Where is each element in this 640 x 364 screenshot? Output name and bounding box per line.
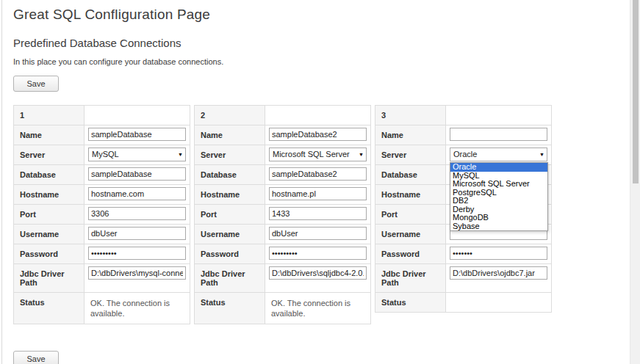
scrollbar-thumb[interactable] <box>633 0 639 183</box>
dropdown-option-derby[interactable]: Derby <box>450 205 547 214</box>
server-dropdown-list: Oracle MySQL Microsoft SQL Server Postgr… <box>450 162 548 231</box>
table-row: Name <box>195 125 371 145</box>
hostname-input[interactable] <box>88 187 186 200</box>
field-label-hostname: Hostname <box>195 185 265 205</box>
table-row: Jdbc Driver Path <box>375 264 552 293</box>
field-label-password: Password <box>375 244 446 264</box>
table-row: Port <box>195 205 371 225</box>
table-row: Jdbc Driver Path <box>14 264 190 293</box>
port-input[interactable] <box>88 207 186 220</box>
connection-table-2: 2 Name Server Microsoft SQL Server ▼ Dat… <box>194 105 371 324</box>
table-row: Server Microsoft SQL Server ▼ <box>195 145 371 165</box>
table-row: Username <box>14 225 190 244</box>
dropdown-option-oracle[interactable]: Oracle <box>450 163 547 172</box>
field-label-name: Name <box>375 125 446 145</box>
dropdown-option-mysql[interactable]: MySQL <box>450 172 547 181</box>
field-label-server: Server <box>14 145 85 165</box>
server-select-value: Oracle <box>453 150 477 159</box>
table-row: Name <box>375 125 552 145</box>
table-row: Status OK. The connection is available. <box>14 293 190 324</box>
main-content: Great SQL Confliguration Page Predefined… <box>0 7 640 364</box>
connection-table-3: 3 Name Server Oracle ▼ Oracle MySQL <box>375 105 552 313</box>
field-label-hostname: Hostname <box>14 185 85 205</box>
name-input[interactable] <box>450 128 547 141</box>
status-text: OK. The connection is available. <box>88 295 178 321</box>
chevron-down-icon: ▼ <box>359 152 364 157</box>
save-button-top[interactable]: Save <box>13 76 59 92</box>
table-row: Password <box>375 244 552 264</box>
dropdown-option-sybase[interactable]: Sybase <box>450 222 547 231</box>
page-left-border <box>1 0 2 364</box>
page-description: In this place you can configure your dat… <box>13 57 640 66</box>
connection-table-1: 1 Name Server MySQL ▼ Database <box>13 105 190 324</box>
table-header-row: 2 <box>195 106 371 125</box>
table-row: Database <box>14 165 190 185</box>
status-text: OK. The connection is available. <box>269 295 359 321</box>
field-label-database: Database <box>375 165 446 185</box>
field-label-name: Name <box>14 125 85 145</box>
jdbc-driver-path-input[interactable] <box>88 266 186 280</box>
database-input[interactable] <box>269 167 367 181</box>
status-text <box>450 295 539 301</box>
field-label-server: Server <box>195 145 265 165</box>
table-row: Port <box>14 205 190 225</box>
section-title: Predefined Database Connections <box>13 37 640 49</box>
password-input[interactable] <box>88 247 186 260</box>
field-label-hostname: Hostname <box>375 185 446 205</box>
connection-number: 2 <box>195 106 265 125</box>
field-label-name: Name <box>195 125 265 145</box>
jdbc-driver-path-input[interactable] <box>269 266 367 280</box>
header-spacer <box>85 106 190 125</box>
field-label-status: Status <box>14 293 85 324</box>
chevron-down-icon: ▼ <box>178 152 183 157</box>
table-row: Name <box>14 125 190 145</box>
table-row: Status <box>375 293 552 313</box>
password-input[interactable] <box>269 247 367 260</box>
table-row: Password <box>14 244 190 264</box>
server-select-open[interactable]: Oracle ▼ <box>450 148 547 161</box>
name-input[interactable] <box>269 128 367 141</box>
field-label-database: Database <box>14 165 85 185</box>
field-label-username: Username <box>375 225 446 244</box>
table-row: Status OK. The connection is available. <box>195 293 371 324</box>
table-row: Username <box>195 225 371 244</box>
dropdown-option-mongodb[interactable]: MongoDB <box>450 214 547 222</box>
field-label-server: Server <box>375 145 446 165</box>
connection-tables: 1 Name Server MySQL ▼ Database <box>13 105 550 324</box>
hostname-input[interactable] <box>269 187 367 200</box>
table-row: Hostname <box>195 185 371 205</box>
field-label-jdbc: Jdbc Driver Path <box>14 264 85 293</box>
field-label-port: Port <box>14 205 85 225</box>
server-select[interactable]: Microsoft SQL Server ▼ <box>269 148 367 161</box>
table-row: Server MySQL ▼ <box>14 145 190 165</box>
field-label-database: Database <box>195 165 265 185</box>
field-label-password: Password <box>14 244 85 264</box>
server-select-value: Microsoft SQL Server <box>273 150 350 159</box>
name-input[interactable] <box>88 128 186 141</box>
field-label-port: Port <box>195 205 265 225</box>
field-label-username: Username <box>195 225 265 244</box>
database-input[interactable] <box>88 167 186 181</box>
password-input[interactable] <box>450 247 547 260</box>
table-row: Database <box>195 165 371 185</box>
server-select-value: MySQL <box>92 150 119 159</box>
field-label-jdbc: Jdbc Driver Path <box>375 264 446 293</box>
header-spacer <box>265 106 371 125</box>
header-spacer <box>446 106 552 125</box>
dropdown-option-mssql[interactable]: Microsoft SQL Server <box>450 180 547 189</box>
table-header-row: 3 <box>375 106 552 125</box>
connection-number: 1 <box>14 106 85 125</box>
port-input[interactable] <box>269 207 367 220</box>
jdbc-driver-path-input[interactable] <box>450 266 547 280</box>
username-input[interactable] <box>269 227 367 240</box>
dropdown-option-postgresql[interactable]: PostgreSQL <box>450 189 547 197</box>
dropdown-option-db2[interactable]: DB2 <box>450 197 547 205</box>
vertical-scrollbar[interactable] <box>630 0 640 364</box>
table-row: Hostname <box>14 185 190 205</box>
field-label-port: Port <box>375 205 446 225</box>
server-select[interactable]: MySQL ▼ <box>88 148 186 161</box>
field-label-status: Status <box>375 293 446 313</box>
field-label-password: Password <box>195 244 265 264</box>
username-input[interactable] <box>88 227 186 240</box>
save-button-bottom[interactable]: Save <box>13 351 59 364</box>
